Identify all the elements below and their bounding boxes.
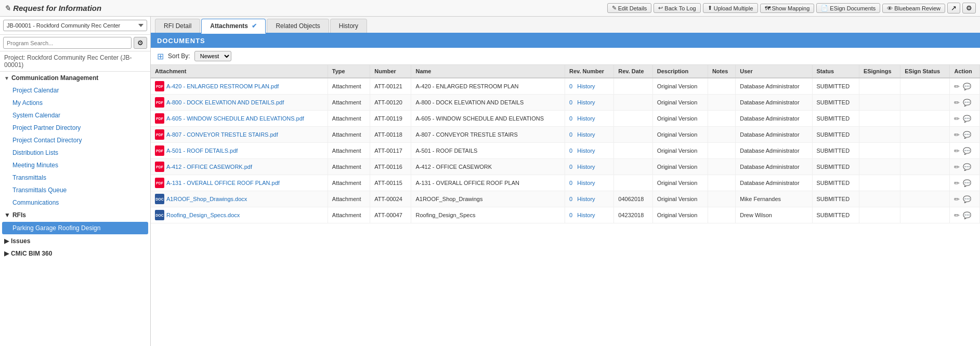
bluebeam-review-button[interactable]: 👁 Bluebeam Review	[882, 4, 945, 13]
history-link[interactable]: History	[577, 99, 595, 105]
pdf-icon: PDF	[155, 145, 164, 156]
rev-number-link[interactable]: 0	[569, 164, 572, 170]
edit-row-icon[interactable]: ✏	[954, 195, 960, 203]
sidebar-item-distribution-lists[interactable]: Distribution Lists	[0, 147, 150, 159]
rev-number-link[interactable]: 0	[569, 83, 572, 89]
edit-row-icon[interactable]: ✏	[954, 99, 960, 107]
history-link[interactable]: History	[577, 131, 595, 138]
edit-row-icon[interactable]: ✏	[954, 131, 960, 139]
documents-header: DOCUMENTS	[151, 34, 980, 48]
sidebar-section-rfis[interactable]: ▼ RFIs	[0, 209, 150, 221]
tab-related-objects[interactable]: Related Objects	[267, 19, 329, 33]
cell-status: SUBMITTED	[812, 78, 859, 95]
attachment-link[interactable]: PDF A-605 - WINDOW SCHEDULE AND ELEVATIO…	[155, 113, 323, 124]
attachment-link[interactable]: PDF A-412 - OFFICE CASEWORK.pdf	[155, 162, 323, 172]
rev-number-link[interactable]: 0	[569, 131, 572, 138]
comment-icon[interactable]: 💬	[963, 211, 971, 219]
project-select[interactable]: JB-00001 - Rockford Community Rec Center	[3, 20, 147, 31]
rev-number-link[interactable]: 0	[569, 196, 572, 202]
triangle-down-icon: ▼	[4, 75, 9, 81]
sidebar-item-my-actions[interactable]: My Actions	[0, 97, 150, 109]
back-to-log-button[interactable]: ↩ Back To Log	[654, 3, 700, 13]
comment-icon[interactable]: 💬	[963, 99, 971, 107]
rev-number-link[interactable]: 0	[569, 115, 572, 122]
page-title: ✎ Request for Information	[4, 4, 101, 13]
cell-user: Database Administrator	[736, 95, 812, 111]
rev-number-link[interactable]: 0	[569, 148, 572, 154]
attachment-link[interactable]: PDF A-501 - ROOF DETAILS.pdf	[155, 145, 323, 156]
history-link[interactable]: History	[577, 212, 595, 218]
sidebar-item-transmittals-queue[interactable]: Transmittals Queue	[0, 184, 150, 196]
triangle-right-icon-issues: ▶	[4, 237, 9, 245]
edit-row-icon[interactable]: ✏	[954, 115, 960, 123]
table-row: PDF A-807 - CONVEYOR TRESTLE STAIRS.pdf …	[151, 127, 980, 143]
grid-view-icon[interactable]: ⊞	[157, 51, 164, 61]
edit-row-icon[interactable]: ✏	[954, 179, 960, 187]
search-input[interactable]	[3, 37, 132, 49]
sidebar-item-partner-directory[interactable]: Project Partner Directory	[0, 122, 150, 134]
history-link[interactable]: History	[577, 196, 595, 202]
pdf-icon: PDF	[155, 129, 164, 140]
esign-documents-button[interactable]: 📄 ESign Documents	[816, 3, 880, 13]
cell-notes	[708, 159, 735, 175]
history-link[interactable]: History	[577, 148, 595, 154]
attachment-link[interactable]: PDF A-807 - CONVEYOR TRESTLE STAIRS.pdf	[155, 129, 323, 140]
cell-number: ATT-00119	[370, 111, 411, 127]
table-row: DOC Roofing_Design_Specs.docx Attachment…	[151, 207, 980, 223]
sidebar-section-communication[interactable]: ▼ Communication Management	[0, 72, 150, 84]
settings-button[interactable]: ⚙	[962, 3, 976, 14]
external-link-button[interactable]: ↗	[947, 3, 960, 14]
comment-icon[interactable]: 💬	[963, 195, 971, 203]
cell-name: A1ROOF_Shop_Drawings	[411, 191, 565, 207]
cell-esignings	[859, 207, 900, 223]
sidebar-item-communications[interactable]: Communications	[0, 196, 150, 209]
sidebar-item-system-calendar[interactable]: System Calendar	[0, 109, 150, 122]
show-mapping-button[interactable]: 🗺 Show Mapping	[760, 4, 815, 13]
edit-row-icon[interactable]: ✏	[954, 83, 960, 90]
sidebar-section-bim360[interactable]: ▶ CMiC BIM 360	[0, 247, 150, 260]
history-link[interactable]: History	[577, 164, 595, 170]
edit-details-button[interactable]: ✎ Edit Details	[607, 3, 652, 13]
rev-number-link[interactable]: 0	[569, 180, 572, 186]
rev-number-link[interactable]: 0	[569, 99, 572, 105]
history-link[interactable]: History	[577, 115, 595, 122]
sort-select[interactable]: Newest Oldest Name	[194, 51, 231, 61]
tab-rfi-detail[interactable]: RFI Detail	[155, 19, 200, 33]
sidebar-item-contact-directory[interactable]: Project Contact Directory	[0, 134, 150, 147]
sidebar-section-issues[interactable]: ▶ Issues	[0, 235, 150, 247]
cell-action: ✏ 💬	[950, 159, 980, 175]
attachment-link[interactable]: DOC Roofing_Design_Specs.docx	[155, 210, 323, 220]
comment-icon[interactable]: 💬	[963, 179, 971, 187]
comment-icon[interactable]: 💬	[963, 147, 971, 155]
tab-attachments[interactable]: Attachments ✔	[201, 19, 266, 34]
search-gear-button[interactable]: ⚙	[134, 37, 147, 49]
comment-icon[interactable]: 💬	[963, 83, 971, 90]
edit-row-icon[interactable]: ✏	[954, 147, 960, 155]
history-link[interactable]: History	[577, 83, 595, 89]
pencil-icon: ✎	[612, 5, 617, 11]
comment-icon[interactable]: 💬	[963, 163, 971, 171]
sidebar-item-meeting-minutes[interactable]: Meeting Minutes	[0, 159, 150, 171]
sidebar-item-transmittals[interactable]: Transmittals	[0, 171, 150, 184]
comment-icon[interactable]: 💬	[963, 131, 971, 139]
sidebar-item-project-calendar[interactable]: Project Calendar	[0, 84, 150, 97]
cell-esignings	[859, 143, 900, 159]
edit-row-icon[interactable]: ✏	[954, 211, 960, 219]
cell-esignings	[859, 111, 900, 127]
upload-multiple-button[interactable]: ⬆ Upload Multiple	[703, 3, 758, 13]
comment-icon[interactable]: 💬	[963, 115, 971, 123]
history-link[interactable]: History	[577, 180, 595, 186]
sidebar-item-parking-garage[interactable]: Parking Garage Roofing Design	[2, 222, 148, 234]
rev-number-link[interactable]: 0	[569, 212, 572, 218]
tab-history[interactable]: History	[330, 19, 367, 33]
main-layout: JB-00001 - Rockford Community Rec Center…	[0, 17, 980, 346]
cell-user: Database Administrator	[736, 143, 812, 159]
project-select-container: JB-00001 - Rockford Community Rec Center	[0, 17, 150, 35]
attachment-link[interactable]: PDF A-131 - OVERALL OFFICE ROOF PLAN.pdf	[155, 178, 323, 188]
project-link[interactable]: Project: Rockford Community Rec Center (…	[0, 51, 150, 72]
attachment-link[interactable]: PDF A-420 - ENLARGED RESTROOM PLAN.pdf	[155, 81, 323, 91]
attachment-link[interactable]: PDF A-800 - DOCK ELEVATION AND DETAILS.p…	[155, 97, 323, 108]
attachment-link[interactable]: DOC A1ROOF_Shop_Drawings.docx	[155, 194, 323, 204]
edit-row-icon[interactable]: ✏	[954, 163, 960, 171]
cell-esignings	[859, 95, 900, 111]
